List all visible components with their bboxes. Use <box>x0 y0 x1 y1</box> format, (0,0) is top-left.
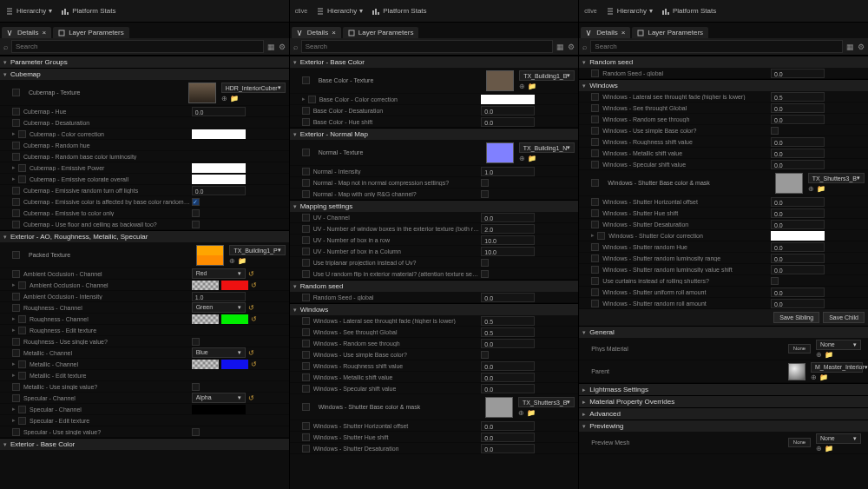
section-mapping[interactable]: Mapping settings <box>290 200 579 212</box>
checkbox[interactable] <box>591 116 599 123</box>
checkbox[interactable] <box>12 198 20 206</box>
checkbox[interactable] <box>12 142 20 149</box>
value-field[interactable]: 0.0 <box>481 117 535 127</box>
checkbox[interactable] <box>302 118 310 126</box>
bool-check[interactable] <box>192 428 200 436</box>
browse-icon[interactable]: 📁 <box>817 185 825 193</box>
checkbox[interactable] <box>591 127 599 135</box>
channel-dropdown[interactable]: Blue▾ <box>192 347 246 358</box>
checkbox[interactable] <box>308 96 316 103</box>
thumb-none[interactable]: None <box>788 344 811 354</box>
color-swatch[interactable] <box>192 405 246 414</box>
checkbox[interactable] <box>591 149 599 157</box>
texture-thumb[interactable] <box>775 173 803 194</box>
value-field[interactable]: 0.0 <box>771 160 825 169</box>
checkbox[interactable] <box>18 175 26 183</box>
use-icon[interactable]: ⊕ <box>519 155 525 162</box>
checkbox[interactable] <box>12 153 20 161</box>
use-icon[interactable]: ⊕ <box>229 257 235 265</box>
section-windows[interactable]: Windows <box>290 303 579 315</box>
value-field[interactable]: 0.0 <box>481 421 535 431</box>
hierarchy-menu[interactable]: Hierarchy▾ <box>5 7 52 16</box>
texture-thumb[interactable] <box>486 142 514 163</box>
thumb-none[interactable]: None <box>788 438 811 447</box>
checkbox[interactable] <box>591 266 599 274</box>
texture-picker[interactable]: HDR_InteriorCuber▾ <box>221 83 286 93</box>
color-swatch[interactable] <box>221 281 248 290</box>
use-icon[interactable]: ⊕ <box>808 185 814 193</box>
section-exterior-ao[interactable]: Exterior - AO, Roughness, Metallic, Spec… <box>0 230 289 242</box>
value-field[interactable]: 0.0 <box>481 106 535 116</box>
texture-thumb[interactable] <box>196 245 224 266</box>
section-random-seed[interactable]: Random seed <box>290 280 579 292</box>
checkbox[interactable] <box>591 93 599 101</box>
checkbox[interactable] <box>302 362 310 370</box>
checkbox[interactable] <box>18 315 26 323</box>
reset-icon[interactable]: ↺ <box>251 360 257 368</box>
reset-icon[interactable]: ↺ <box>251 281 257 289</box>
expand-arrow[interactable]: ▸ <box>12 406 16 413</box>
channel-dropdown[interactable]: Green▾ <box>192 302 246 313</box>
checkbox[interactable] <box>18 130 26 138</box>
checkbox[interactable] <box>302 317 310 325</box>
gear-icon[interactable]: ⚙ <box>858 43 865 51</box>
texture-thumb[interactable] <box>485 397 513 418</box>
texture-thumb[interactable] <box>188 83 216 103</box>
value-field[interactable]: 0.0 <box>481 433 535 442</box>
material-thumb[interactable] <box>788 363 806 380</box>
value-field[interactable]: 0.0 <box>771 69 825 78</box>
checkbox[interactable] <box>302 225 310 233</box>
checkbox[interactable] <box>591 221 599 228</box>
checkbox[interactable] <box>302 168 310 175</box>
checkbox[interactable] <box>302 76 310 84</box>
browse-icon[interactable]: 📁 <box>825 351 833 359</box>
value-field[interactable]: 10.0 <box>481 247 535 256</box>
reset-icon[interactable]: ↺ <box>248 270 254 278</box>
section-windows[interactable]: Windows <box>579 79 868 91</box>
use-icon[interactable]: ⊕ <box>811 373 817 381</box>
checkbox[interactable] <box>591 288 599 296</box>
tab-layer-params[interactable]: Layer Parameters <box>53 27 129 38</box>
checkbox[interactable] <box>12 293 20 301</box>
value-field[interactable]: 1.0 <box>192 292 246 301</box>
value-field[interactable]: 0.0 <box>771 149 825 158</box>
use-icon[interactable]: ⊕ <box>518 409 524 417</box>
use-icon[interactable]: ⊕ <box>221 95 227 102</box>
checkbox[interactable] <box>591 198 599 206</box>
platform-stats[interactable]: Platform Stats <box>372 7 426 16</box>
value-field[interactable]: 0.5 <box>771 92 825 102</box>
value-field[interactable]: 0.5 <box>481 327 535 337</box>
checkbox[interactable] <box>12 394 20 402</box>
checkbox[interactable] <box>302 214 310 221</box>
value-field[interactable]: 0.0 <box>771 242 825 252</box>
checkbox[interactable] <box>591 300 599 307</box>
checkbox[interactable] <box>12 108 20 116</box>
checkbox[interactable] <box>591 138 599 146</box>
checkbox[interactable] <box>591 277 599 285</box>
value-field[interactable]: 0.0 <box>771 299 825 308</box>
bool-check[interactable] <box>481 351 489 359</box>
checkbox[interactable] <box>597 232 605 240</box>
expand-arrow[interactable]: ▸ <box>591 232 595 239</box>
value-field[interactable]: 0.0 <box>771 287 825 297</box>
bool-check[interactable] <box>481 190 489 198</box>
checkbox[interactable] <box>12 428 20 436</box>
texture-picker[interactable]: TX_Building1_B▾ <box>519 70 575 81</box>
value-field[interactable]: 10.0 <box>481 235 535 245</box>
checkbox[interactable] <box>302 403 310 411</box>
reset-icon[interactable]: ↺ <box>248 304 254 312</box>
tab-details[interactable]: Details× <box>2 27 51 38</box>
tab-details[interactable]: Details× <box>292 27 341 38</box>
checkbox[interactable] <box>18 417 26 425</box>
gear-icon[interactable]: ⚙ <box>279 43 286 51</box>
value-field[interactable]: 0.0 <box>192 107 246 116</box>
texture-picker[interactable]: TX_Shutters3_B▾ <box>518 397 575 407</box>
expand-arrow[interactable]: ▸ <box>12 360 16 367</box>
color-swatch[interactable] <box>192 163 246 173</box>
checkbox[interactable] <box>12 89 20 96</box>
asset-dropdown[interactable]: M_Master_Interior▾ <box>811 362 863 373</box>
grid-icon[interactable]: ▦ <box>846 43 854 51</box>
checkbox[interactable] <box>12 119 20 127</box>
checkbox[interactable] <box>12 338 20 346</box>
expand-arrow[interactable]: ▸ <box>12 372 16 379</box>
